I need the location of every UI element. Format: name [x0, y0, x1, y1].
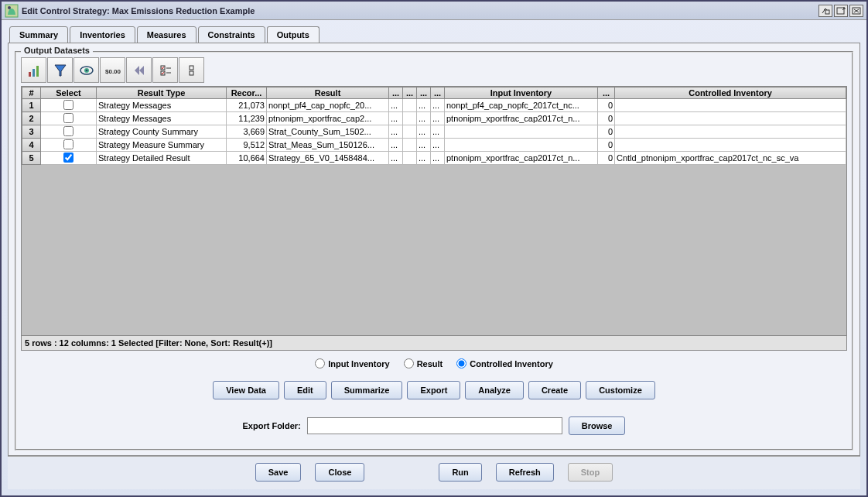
tab-outputs[interactable]: Outputs: [267, 26, 320, 43]
col-controlled-inventory[interactable]: Controlled Inventory: [615, 87, 846, 99]
select-cell[interactable]: [41, 99, 97, 112]
app-icon: [5, 4, 19, 18]
col-extra2[interactable]: ...: [403, 87, 417, 99]
toolbar: $0.00: [21, 57, 847, 83]
result-type-cell: Strategy Measure Summary: [97, 139, 227, 152]
close-button[interactable]: [849, 5, 863, 17]
radio-input-inventory[interactable]: Input Inventory: [315, 358, 389, 368]
grid-empty-area: [22, 165, 846, 335]
table-row[interactable]: 2Strategy Messages11,239ptnonipm_xportfr…: [22, 112, 846, 125]
extra-cell: [403, 139, 417, 152]
header-row: # Select Result Type Recor... Result ...…: [22, 87, 846, 99]
grid: # Select Result Type Recor... Result ...…: [21, 86, 847, 351]
extra-cell: [403, 125, 417, 139]
summarize-button[interactable]: Summarize: [331, 381, 403, 399]
col-result[interactable]: Result: [267, 87, 389, 99]
radio-result[interactable]: Result: [404, 358, 443, 368]
result-cell: ptnonipm_xportfrac_cap2...: [267, 112, 389, 125]
col-rownum[interactable]: #: [22, 87, 41, 99]
controlled-inventory-cell: [615, 99, 846, 112]
result-cell: Strat_Meas_Sum_150126...: [267, 139, 389, 152]
select-cell[interactable]: [41, 152, 97, 165]
input-inventory-cell: nonpt_pf4_cap_nopfc_2017ct_nc...: [445, 99, 598, 112]
export-folder-input[interactable]: [307, 417, 562, 434]
row-number: 5: [22, 152, 41, 165]
extra-cell: ...: [431, 139, 445, 152]
input-inventory-cell: [445, 139, 598, 152]
run-button[interactable]: Run: [439, 463, 481, 482]
col-extra4[interactable]: ...: [431, 87, 445, 99]
col-select[interactable]: Select: [41, 87, 97, 99]
close-button[interactable]: Close: [315, 463, 364, 482]
select-cell[interactable]: [41, 125, 97, 139]
status-bar: 5 rows : 12 columns: 1 Selected [Filter:…: [22, 335, 846, 350]
table-row[interactable]: 4Strategy Measure Summary9,512Strat_Meas…: [22, 139, 846, 152]
extra-cell: ...: [417, 139, 431, 152]
col-extra3[interactable]: ...: [417, 87, 431, 99]
svg-point-1: [8, 6, 11, 9]
tab-inventories[interactable]: Inventories: [70, 26, 135, 43]
save-button[interactable]: Save: [255, 463, 302, 482]
table-row[interactable]: 1Strategy Messages21,073nonpt_pf4_cap_no…: [22, 99, 846, 112]
uncheck-icon[interactable]: [179, 57, 204, 83]
svg-rect-7: [36, 66, 39, 77]
col-result-type[interactable]: Result Type: [97, 87, 227, 99]
extra-cell: ...: [417, 125, 431, 139]
create-button[interactable]: Create: [528, 381, 581, 399]
col-input-inventory[interactable]: Input Inventory: [445, 87, 598, 99]
format-icon[interactable]: $0.00: [100, 57, 125, 83]
funnel-icon[interactable]: [47, 57, 73, 83]
extra-cell: ...: [389, 99, 403, 112]
extra-cell: ...: [389, 125, 403, 139]
view-data-button[interactable]: View Data: [213, 381, 279, 399]
svg-rect-5: [29, 72, 31, 77]
record-count-cell: 21,073: [227, 99, 267, 112]
result-type-cell: Strategy Detailed Result: [97, 152, 227, 165]
customize-button[interactable]: Customize: [586, 381, 655, 399]
iconify-button[interactable]: [818, 5, 832, 17]
extra-cell: [403, 152, 417, 165]
eye-icon[interactable]: [73, 57, 99, 83]
row-number: 1: [22, 99, 41, 112]
radio-controlled-inventory[interactable]: Controlled Inventory: [456, 358, 553, 368]
row-number: 2: [22, 112, 41, 125]
result-type-cell: Strategy Messages: [97, 99, 227, 112]
extra-cell: [403, 112, 417, 125]
record-count-cell: 9,512: [227, 139, 267, 152]
window-frame: Edit Control Strategy: Max Emissions Red…: [0, 0, 868, 497]
refresh-button[interactable]: Refresh: [496, 463, 554, 482]
stop-button[interactable]: Stop: [568, 463, 613, 482]
output-table[interactable]: # Select Result Type Recor... Result ...…: [22, 87, 846, 165]
tab-summary[interactable]: Summary: [9, 26, 68, 43]
content-area: Summary Inventories Measures Constraints…: [2, 20, 866, 495]
extra-cell: ...: [431, 125, 445, 139]
extra-cell: 0: [598, 112, 615, 125]
extra-cell: 0: [598, 99, 615, 112]
result-type-cell: Strategy Messages: [97, 112, 227, 125]
browse-button[interactable]: Browse: [569, 416, 626, 435]
tab-measures[interactable]: Measures: [137, 26, 196, 43]
input-inventory-cell: ptnonipm_xportfrac_cap2017ct_n...: [445, 112, 598, 125]
svg-rect-16: [190, 66, 193, 70]
col-extra5[interactable]: ...: [598, 87, 615, 99]
table-row[interactable]: 3Strategy County Summary3,669Strat_Count…: [22, 125, 846, 139]
stats-icon[interactable]: [21, 57, 46, 83]
extra-cell: ...: [389, 152, 403, 165]
export-button[interactable]: Export: [407, 381, 460, 399]
col-record-count[interactable]: Recor...: [227, 87, 267, 99]
rewind-icon[interactable]: [126, 57, 152, 83]
checklist-icon[interactable]: [152, 57, 178, 83]
edit-button[interactable]: Edit: [284, 381, 326, 399]
record-count-cell: 11,239: [227, 112, 267, 125]
controlled-inventory-cell: [615, 125, 846, 139]
col-extra1[interactable]: ...: [389, 87, 403, 99]
tab-constraints[interactable]: Constraints: [198, 26, 265, 43]
analyze-button[interactable]: Analyze: [465, 381, 524, 399]
maximize-button[interactable]: [834, 5, 848, 17]
select-cell[interactable]: [41, 139, 97, 152]
result-type-radios: Input Inventory Result Controlled Invent…: [21, 358, 847, 368]
controlled-inventory-cell: [615, 112, 846, 125]
select-cell[interactable]: [41, 112, 97, 125]
window-title: Edit Control Strategy: Max Emissions Red…: [22, 6, 255, 15]
table-row[interactable]: 5Strategy Detailed Result10,664Strategy_…: [22, 152, 846, 165]
